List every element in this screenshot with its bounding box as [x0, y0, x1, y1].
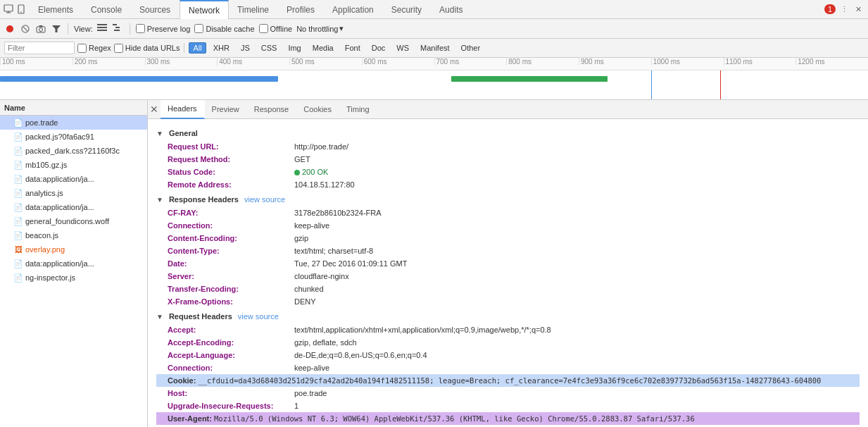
rh-connection: Connection: keep-alive	[156, 219, 860, 232]
list-item[interactable]: 📄 general_foundicons.woff	[0, 214, 147, 228]
request-headers-view-source[interactable]: view source	[238, 312, 279, 321]
request-headers-toggle[interactable]: ▼	[156, 313, 163, 321]
svg-rect-0	[4, 5, 13, 11]
filter-input[interactable]	[4, 42, 75, 54]
throttle-select[interactable]: No throttling ▾	[296, 24, 344, 33]
offline-checkbox[interactable]: Offline	[259, 24, 293, 33]
detail-panel: ✕ Headers Preview Response Cookies Timin…	[148, 100, 868, 427]
filter-font[interactable]: Font	[341, 42, 365, 54]
filter-xhr[interactable]: XHR	[209, 42, 234, 54]
regex-checkbox[interactable]: Regex	[77, 44, 111, 53]
disable-cache-checkbox[interactable]: Disable cache	[194, 24, 254, 33]
tick-1100: 1100 ms	[724, 58, 796, 66]
rh-server: Server: cloudflare-nginx	[156, 270, 860, 283]
filter-manifest[interactable]: Manifest	[416, 42, 454, 54]
js2-icon: 📄	[14, 161, 23, 169]
list-item[interactable]: 📄 packed.js?0fa6ac91	[0, 130, 147, 144]
tick-900: 900 ms	[579, 58, 651, 66]
tab-network[interactable]: Network	[180, 0, 229, 19]
close-detail-button[interactable]: ✕	[148, 103, 161, 116]
tab-security[interactable]: Security	[383, 0, 431, 19]
list-item[interactable]: 📄 analytics.js	[0, 186, 147, 200]
list-item[interactable]: 📄 data:application/ja...	[0, 172, 147, 186]
stop-button[interactable]	[20, 23, 31, 35]
tab-response[interactable]: Response	[247, 100, 297, 119]
remote-address-row: Remote Address: 104.18.51.127:80	[156, 178, 860, 191]
rh-cf-ray: CF-RAY: 3178e2b8610b2324-FRA	[156, 206, 860, 219]
offline-input[interactable]	[259, 24, 268, 33]
view-waterfall-button[interactable]	[113, 23, 124, 35]
disable-cache-input[interactable]	[194, 24, 203, 33]
request-url-val: http://poe.trade/	[294, 141, 348, 152]
general-toggle[interactable]: ▼	[156, 130, 163, 137]
tab-headers[interactable]: Headers	[161, 100, 205, 119]
filter-button[interactable]	[51, 23, 62, 35]
view-list-button[interactable]	[97, 23, 108, 35]
tab-timing[interactable]: Timing	[339, 100, 377, 119]
tab-preview[interactable]: Preview	[205, 100, 247, 119]
tick-400: 400 ms	[217, 58, 289, 66]
close-devtools-icon[interactable]: ✕	[853, 4, 864, 15]
filter-doc[interactable]: Doc	[367, 42, 390, 54]
list-item[interactable]: 📄 ng-inspector.js	[0, 271, 147, 285]
status-dot	[294, 170, 300, 175]
request-headers-title: Request Headers	[169, 312, 232, 321]
detail-content: ▼ General Request URL: http://poe.trade/…	[148, 119, 868, 427]
record-button[interactable]	[4, 23, 15, 35]
more-menu-icon[interactable]: ⋮	[838, 4, 850, 15]
list-item[interactable]: 📄 data:application/ja...	[0, 200, 147, 214]
tab-audits[interactable]: Audits	[431, 0, 472, 19]
list-item[interactable]: 📄 beacon.js	[0, 228, 147, 242]
tick-700: 700 ms	[434, 58, 507, 66]
filter-media[interactable]: Media	[308, 42, 338, 54]
preserve-log-checkbox[interactable]: Preserve log	[136, 24, 191, 33]
filter-ws[interactable]: WS	[392, 42, 413, 54]
svg-point-9	[39, 27, 43, 31]
separator-2	[130, 23, 130, 35]
filter-img[interactable]: Img	[284, 42, 305, 54]
tab-elements[interactable]: Elements	[30, 0, 82, 19]
svg-marker-10	[52, 25, 61, 32]
list-item[interactable]: 📄 mb105.gz.js	[0, 158, 147, 172]
tab-cookies[interactable]: Cookies	[296, 100, 339, 119]
tab-sources[interactable]: Sources	[131, 0, 180, 19]
doc-icon: 📄	[14, 118, 23, 127]
timeline-bar-1	[0, 76, 278, 82]
file-list: Name 📄 poe.trade 📄 packed.js?0fa6ac91 📄 …	[0, 100, 148, 427]
tab-timeline[interactable]: Timeline	[229, 0, 278, 19]
request-method-val: GET	[294, 154, 310, 165]
list-item[interactable]: 📄 poe.trade	[0, 116, 147, 130]
filter-js[interactable]: JS	[237, 42, 254, 54]
tab-application[interactable]: Application	[324, 0, 383, 19]
list-item[interactable]: 🖼 overlay.png	[0, 242, 147, 256]
status-code-row: Status Code: 200 OK	[156, 166, 860, 178]
timeline-vline-blue	[651, 70, 652, 100]
hide-data-urls-checkbox[interactable]: Hide data URLs	[114, 44, 180, 53]
tab-profiles[interactable]: Profiles	[278, 0, 324, 19]
list-item[interactable]: 📄 packed_dark.css?21160f3c	[0, 144, 147, 158]
regex-input[interactable]	[77, 44, 87, 53]
rh-transfer-encoding: Transfer-Encoding: chunked	[156, 283, 860, 295]
svg-rect-11	[97, 24, 107, 25]
tab-bar: Elements Console Sources Network Timelin…	[0, 0, 868, 19]
filter-css[interactable]: CSS	[257, 42, 282, 54]
tick-100: 100 ms	[0, 58, 73, 66]
devtools-icon[interactable]	[3, 4, 14, 15]
mobile-icon[interactable]	[15, 4, 27, 15]
response-headers-toggle[interactable]: ▼	[156, 196, 163, 204]
svg-point-4	[20, 11, 22, 13]
list-item[interactable]: 📄 data:application/ja...	[0, 256, 147, 271]
svg-line-7	[23, 27, 27, 31]
analytics-icon: 📄	[14, 189, 23, 197]
screenshot-button[interactable]	[35, 23, 46, 35]
error-badge: 1	[824, 4, 836, 14]
hide-data-urls-input[interactable]	[114, 44, 123, 53]
svg-point-5	[6, 25, 13, 32]
tab-console[interactable]: Console	[82, 0, 131, 19]
filter-all[interactable]: All	[189, 42, 206, 54]
response-headers-view-source[interactable]: view source	[244, 195, 285, 204]
preserve-log-input[interactable]	[136, 24, 145, 33]
file-list-header: Name	[0, 100, 147, 116]
separator-1	[68, 23, 68, 35]
filter-other[interactable]: Other	[457, 42, 485, 54]
